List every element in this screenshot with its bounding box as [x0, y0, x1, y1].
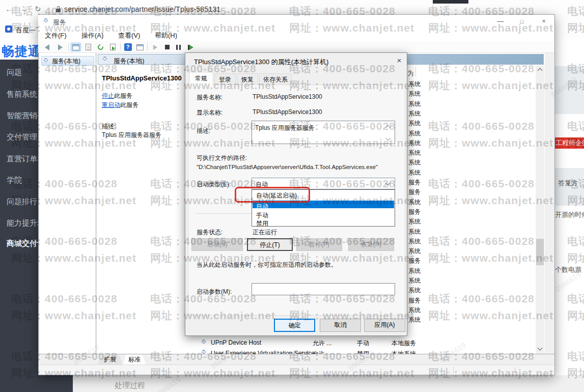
engineer-wechat-badge[interactable]: 工程师企微	[554, 137, 584, 149]
logon-as-cell[interactable]: 系统	[408, 169, 421, 177]
logon-as-cell[interactable]: 服务	[408, 178, 421, 187]
menu-bar	[38, 29, 554, 41]
extended-view-button[interactable]	[135, 43, 145, 51]
digital-invoice-label: 个数电票	[555, 265, 581, 274]
logon-as-cell[interactable]: 系统	[408, 228, 421, 236]
description-label: 描述:	[197, 127, 210, 135]
properties-button[interactable]	[83, 43, 93, 51]
tab-standard[interactable]: 标准	[123, 355, 146, 365]
pause-service-button[interactable]	[173, 43, 183, 51]
stop-service-button[interactable]	[162, 43, 172, 51]
browser-forward-icon[interactable]: →	[20, 5, 28, 13]
logon-as-cell[interactable]: 系统	[408, 90, 421, 98]
sidebar-item-delivery[interactable]: 交付管理	[7, 132, 37, 142]
service-row-logon[interactable]: 本地服务	[392, 339, 416, 348]
export-list-button[interactable]	[107, 43, 118, 51]
sidebar-item-ranking[interactable]: 问题排行	[7, 197, 37, 207]
exe-path-value: "D:\Chanjet\TPlusStd\Appserver\server\Uf…	[197, 164, 378, 170]
stop-button[interactable]: 停止(T)	[247, 238, 293, 251]
stop-service-link[interactable]: 停止此服务	[102, 92, 132, 100]
restart-service-link[interactable]: 重启动此服务	[102, 101, 138, 109]
help-button[interactable]: ?	[123, 43, 133, 51]
logon-as-cell[interactable]: 系统	[408, 237, 421, 246]
logon-as-cell[interactable]: 服务	[408, 208, 421, 216]
tab-recovery[interactable]: 恢复	[237, 73, 258, 85]
apply-button[interactable]: 应用(A)	[364, 319, 405, 332]
vertical-scrollbar[interactable]	[536, 66, 544, 354]
play-icon	[153, 45, 157, 50]
back-arrow-icon	[45, 44, 49, 50]
logon-as-cell[interactable]: 系统	[408, 267, 421, 275]
service-name-value: TPlusStdAppService1300	[253, 93, 322, 100]
service-row-description[interactable]: 允许 ...	[313, 339, 331, 348]
logon-as-cell[interactable]: 系统	[408, 198, 421, 207]
restart-service-button[interactable]	[186, 43, 197, 51]
maximize-button[interactable]: □	[514, 17, 530, 27]
start-service-button[interactable]	[150, 43, 160, 51]
menu-view[interactable]: 查看(V)	[118, 31, 140, 40]
view-tab-strip: 扩展 标准	[39, 354, 554, 365]
logon-as-cell[interactable]: 系统	[408, 100, 421, 108]
close-button[interactable]: ×	[536, 17, 551, 27]
logon-as-cell[interactable]: 系统	[408, 109, 421, 118]
logon-as-cell[interactable]: 系统	[408, 306, 421, 315]
logon-as-cell[interactable]: 系统	[408, 119, 421, 128]
column-header-partial[interactable]: 为	[407, 69, 413, 78]
menu-action[interactable]: 操作(A)	[81, 31, 103, 40]
scrollbar-thumb[interactable]	[536, 239, 544, 265]
logon-as-cell[interactable]: 系统	[408, 217, 421, 226]
nav-forward-button[interactable]	[55, 43, 65, 51]
option-disabled[interactable]: 禁用	[253, 218, 394, 225]
address-bar[interactable]: service.chanjet.com/partner/issue/Tplus-…	[64, 5, 220, 13]
start-params-input[interactable]	[252, 283, 395, 295]
menu-help[interactable]: 帮助(H)	[155, 31, 177, 40]
logon-as-cell[interactable]: 服务	[408, 188, 421, 197]
tab-general[interactable]: 常规	[189, 72, 213, 85]
scroll-up-icon[interactable]	[538, 68, 543, 73]
show-console-tree-button[interactable]	[71, 43, 81, 51]
logon-as-cell[interactable]: 服务	[408, 257, 421, 265]
textarea-scroll-up-icon[interactable]	[386, 125, 391, 130]
tab-extended[interactable]: 扩展	[98, 355, 122, 365]
logon-as-cell[interactable]: 系统	[408, 158, 421, 167]
service-row-startup[interactable]: 禁用	[357, 350, 369, 354]
service-row-name[interactable]: User Experience Virtualization Service	[211, 350, 315, 354]
export-icon	[110, 44, 116, 50]
dialog-close-icon[interactable]: ×	[393, 56, 405, 66]
ok-button[interactable]: 确定	[274, 319, 315, 332]
browser-back-icon[interactable]: ←	[5, 5, 13, 13]
site-logo[interactable]: 畅捷通	[2, 43, 41, 60]
logon-as-cell[interactable]: 系统	[408, 139, 421, 148]
sidebar-item-presales[interactable]: 售前系统	[7, 90, 37, 99]
logon-as-cell[interactable]: 系统	[408, 247, 421, 256]
logon-as-cell[interactable]: 系统	[408, 80, 421, 89]
description-label: 描述:	[102, 122, 116, 131]
sidebar-item-academy[interactable]: 学院	[7, 176, 22, 185]
logon-as-cell[interactable]: 系统	[408, 276, 421, 285]
cancel-button[interactable]: 取消	[320, 319, 361, 332]
logon-as-cell[interactable]: 系统	[408, 129, 421, 138]
option-manual[interactable]: 手动	[253, 210, 394, 217]
logon-as-cell[interactable]: 系统	[408, 286, 421, 295]
description-textarea[interactable]: Tplus 应用服务器服务	[252, 121, 395, 144]
menu-file[interactable]: 文件(F)	[45, 31, 67, 40]
service-name-label: 服务名称:	[197, 93, 223, 102]
service-row-logon[interactable]: 本地系统	[392, 350, 416, 354]
sidebar-item-issues[interactable]: 问题	[7, 68, 22, 77]
nav-back-button[interactable]	[42, 43, 52, 51]
service-row-startup[interactable]: 手动	[357, 339, 369, 348]
logon-as-cell[interactable]: 服务	[408, 296, 421, 305]
minimize-button[interactable]: —	[493, 17, 508, 27]
tab-dependencies[interactable]: 依存关系	[259, 73, 292, 85]
textarea-scroll-down-icon[interactable]	[386, 136, 391, 141]
refresh-button[interactable]	[95, 43, 105, 51]
tab-logon[interactable]: 登录	[214, 73, 236, 85]
logon-as-cell[interactable]: 系统	[408, 316, 421, 324]
reply-label: 答复方	[558, 179, 578, 188]
service-row-description[interactable]: 允许	[313, 350, 325, 354]
browser-reload-icon[interactable]: ↻	[35, 5, 41, 14]
logon-as-cell[interactable]: 系统	[408, 149, 421, 157]
service-row-name[interactable]: UPnP Device Host	[211, 339, 261, 346]
scroll-down-icon[interactable]	[538, 346, 543, 351]
services-titlebar[interactable]	[38, 15, 554, 29]
